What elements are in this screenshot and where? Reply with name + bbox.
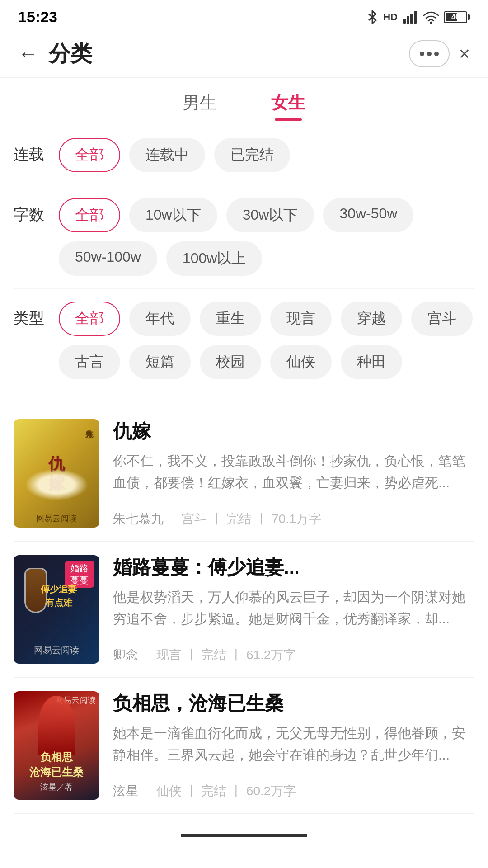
book-tags-1: 宫斗 丨 完结 丨 70.1万字	[182, 512, 322, 526]
filter-tags-serialization: 全部 连载中 已完结	[59, 138, 474, 172]
gender-tabs: 男生 女生	[0, 78, 488, 125]
tag-genre-xiandai[interactable]: 现言	[270, 302, 332, 336]
list-item[interactable]: 仇嫁 朱七慕九 网易云阅读 仇嫁 你不仁，我不义，投靠政敌斗倒你！抄家仇，负心恨…	[14, 406, 474, 542]
filter-label-wordcount: 字数	[14, 198, 50, 225]
book-info-2: 婚路蔓蔓：傅少追妻... 他是权势滔天，万人仰慕的风云巨子，却因为一个阴谋对她穷…	[113, 555, 474, 664]
book-info-3: 负相思，沧海已生桑 她本是一滴雀血衍化而成，无父无母无性别，得他眷顾，安静相伴。…	[113, 691, 474, 800]
book-meta-3: 泫星 仙侠 丨 完结 丨 60.2万字	[113, 783, 474, 800]
book-tags-2: 现言 丨 完结 丨 61.2万字	[156, 648, 296, 662]
tag-wc-over100w[interactable]: 100w以上	[166, 241, 263, 276]
cover-text-3: 负相思沧海已生桑	[29, 750, 84, 780]
tag-serial-completed[interactable]: 已完结	[214, 138, 290, 172]
tag-genre-gongdou[interactable]: 宫斗	[411, 302, 473, 336]
book-author-3: 泫星	[113, 784, 138, 798]
tab-female[interactable]: 女生	[271, 91, 305, 121]
wifi-icon	[423, 10, 439, 24]
tag-genre-xianxia[interactable]: 仙侠	[270, 345, 332, 379]
filter-tags-genre: 全部 年代 重生 现言 穿越 宫斗 古言 短篇 校园 仙侠 种田	[59, 302, 474, 379]
filter-row-genre: 类型 全部 年代 重生 现言 穿越 宫斗 古言 短篇 校园 仙侠 种田	[14, 289, 474, 392]
book-meta-2: 卿念 现言 丨 完结 丨 61.2万字	[113, 646, 474, 664]
cover-brand-1: 网易云阅读	[36, 513, 77, 524]
close-button[interactable]: ×	[459, 43, 470, 65]
tag-genre-duanpian[interactable]: 短篇	[129, 345, 191, 379]
cover-author-3: 泫星／著	[40, 782, 73, 793]
svg-rect-0	[403, 19, 406, 24]
status-time: 15:23	[18, 8, 57, 26]
tag-genre-guyan[interactable]: 古言	[59, 345, 120, 379]
book-author-2: 卿念	[113, 648, 138, 662]
book-author-1: 朱七慕九	[113, 512, 164, 526]
cover-decoration-1	[25, 469, 88, 500]
bluetooth-icon	[366, 10, 379, 24]
book-desc-1: 你不仁，我不义，投靠政敌斗倒你！抄家仇，负心恨，笔笔血债，都要偿！红嫁衣，血双鬟…	[113, 450, 474, 494]
top-nav: ← 分类 ×	[0, 30, 488, 78]
filter-section: 连载 全部 连载中 已完结 字数 全部 10w以下 30w以下 30w-50w …	[0, 125, 488, 392]
cover-text-2: 傅少追妻有点难	[41, 582, 77, 609]
tag-serial-all[interactable]: 全部	[59, 138, 120, 172]
tag-wc-under30w[interactable]: 30w以下	[226, 198, 314, 232]
status-icons: HD 46	[366, 10, 470, 24]
book-cover-2: 婚路蔓蔓 傅少追妻有点难 网易云阅读	[14, 555, 99, 664]
tag-genre-xiaoyuan[interactable]: 校园	[200, 345, 261, 379]
list-item[interactable]: 婚路蔓蔓 傅少追妻有点难 网易云阅读 婚路蔓蔓：傅少追妻... 他是权势滔天，万…	[14, 542, 474, 678]
filter-label-serialization: 连载	[14, 138, 50, 165]
svg-rect-1	[407, 16, 409, 24]
bottom-area	[0, 814, 488, 841]
cover-brand-2: 网易云阅读	[34, 644, 79, 656]
book-desc-3: 她本是一滴雀血衍化而成，无父无母无性别，得他眷顾，安静相伴。三界风云起，她会守在…	[113, 722, 474, 766]
book-cover-3: 网易云阅读 负相思沧海已生桑 泫星／著	[14, 691, 99, 800]
svg-point-4	[430, 21, 432, 24]
home-indicator	[181, 834, 307, 837]
book-desc-2: 他是权势滔天，万人仰慕的风云巨子，却因为一个阴谋对她穷追不舍，步步紧逼。她是财阀…	[113, 586, 474, 630]
tag-genre-all[interactable]: 全部	[59, 302, 120, 336]
book-list: 仇嫁 朱七慕九 网易云阅读 仇嫁 你不仁，我不义，投靠政敌斗倒你！抄家仇，负心恨…	[0, 392, 488, 814]
signal-icon-1	[402, 10, 418, 24]
tab-male[interactable]: 男生	[183, 91, 217, 121]
filter-row-serialization: 连载 全部 连载中 已完结	[14, 125, 474, 185]
page-title: 分类	[49, 39, 409, 68]
tag-wc-all[interactable]: 全部	[59, 198, 120, 232]
battery-icon: 46	[444, 11, 470, 23]
book-meta-1: 朱七慕九 宫斗 丨 完结 丨 70.1万字	[113, 510, 474, 528]
tag-wc-50w-100w[interactable]: 50w-100w	[59, 241, 157, 276]
more-button[interactable]	[409, 40, 450, 67]
list-item[interactable]: 网易云阅读 负相思沧海已生桑 泫星／著 负相思，沧海已生桑 她本是一滴雀血衍化而…	[14, 678, 474, 814]
dot-3	[434, 52, 439, 56]
filter-tags-wordcount: 全部 10w以下 30w以下 30w-50w 50w-100w 100w以上	[59, 198, 474, 276]
tag-genre-chuanyue[interactable]: 穿越	[341, 302, 402, 336]
svg-rect-3	[414, 11, 417, 24]
tag-genre-zhongtian[interactable]: 种田	[341, 345, 402, 379]
status-bar: 15:23 HD 46	[0, 0, 488, 30]
filter-label-genre: 类型	[14, 302, 50, 329]
book-cover-1: 仇嫁 朱七慕九 网易云阅读	[14, 419, 99, 528]
dot-1	[420, 52, 424, 56]
tag-genre-chongsheng[interactable]: 重生	[200, 302, 261, 336]
back-button[interactable]: ←	[18, 42, 38, 65]
tag-serial-ongoing[interactable]: 连载中	[129, 138, 205, 172]
tag-wc-30w-50w[interactable]: 30w-50w	[323, 198, 413, 232]
filter-row-wordcount: 字数 全部 10w以下 30w以下 30w-50w 50w-100w 100w以…	[14, 185, 474, 289]
tag-wc-under10w[interactable]: 10w以下	[129, 198, 217, 232]
book-tags-3: 仙侠 丨 完结 丨 60.2万字	[156, 784, 296, 798]
tag-genre-niandai[interactable]: 年代	[129, 302, 191, 336]
hd-badge: HD	[383, 11, 398, 23]
book-info-1: 仇嫁 你不仁，我不义，投靠政敌斗倒你！抄家仇，负心恨，笔笔血债，都要偿！红嫁衣，…	[113, 419, 474, 528]
dot-2	[427, 52, 432, 56]
book-title-1: 仇嫁	[113, 419, 474, 444]
svg-rect-2	[410, 14, 413, 24]
book-title-3: 负相思，沧海已生桑	[113, 691, 474, 716]
book-title-2: 婚路蔓蔓：傅少追妻...	[113, 555, 474, 580]
